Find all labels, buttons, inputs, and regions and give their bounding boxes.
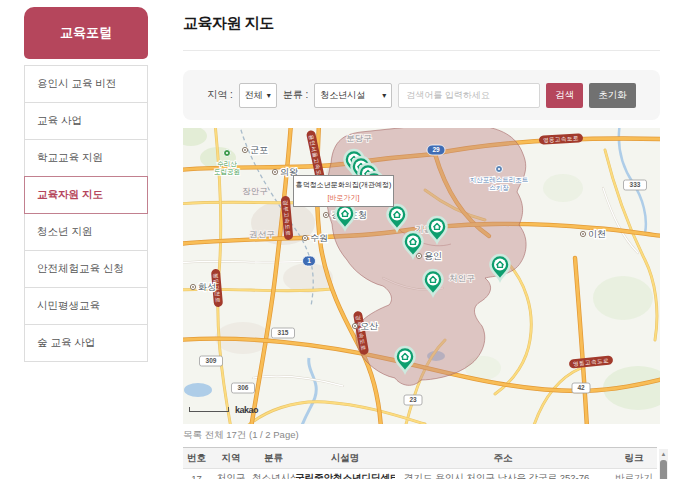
sidebar-item-6[interactable]: 시민평생교육 (24, 287, 148, 325)
route-badge: 23 (404, 395, 422, 405)
route-badge: 309 (200, 356, 223, 366)
sidebar-item-7[interactable]: 숲 교육 사업 (24, 324, 148, 362)
city-hall-icon-dot (418, 255, 420, 257)
region-select[interactable]: 전체 (239, 83, 277, 108)
sidebar-item-1[interactable]: 교육 사업 (24, 102, 148, 140)
sidebar-item-0[interactable]: 용인시 교육 비전 (24, 65, 148, 103)
poi-icon-dot (226, 152, 228, 154)
map-scale-bar (189, 407, 229, 412)
district-label: 권선구 (249, 229, 275, 239)
scroll-up-icon[interactable] (659, 449, 668, 459)
poi-label: 도립공원 (214, 168, 240, 176)
search-button[interactable]: 검색 (546, 83, 583, 108)
poi-icon-dot (498, 168, 500, 170)
city-label: 오산 (360, 321, 378, 331)
svg-text:29: 29 (432, 146, 440, 153)
marker-tooltip: 흥덕청소년문화의집(개관예정) [바로가기] (293, 175, 394, 207)
city-hall-icon-dot (582, 233, 584, 235)
col-name: 시설명 (295, 448, 395, 469)
city-label: 이천 (588, 229, 606, 239)
col-no: 번호 (183, 448, 210, 469)
list-count-info: 목록 전체 17건 (1 / 2 Page) (183, 429, 668, 442)
cell-address: 경기도 용인시 처인구 남사읍 각궁로 252-76 (395, 469, 611, 479)
table-row: 17처인구청소년시설국립중앙청소년디딤센터경기도 용인시 처인구 남사읍 각궁로… (183, 469, 657, 479)
road-name-band: 영동고속도로 (539, 133, 583, 144)
category-label: 분류 : (283, 88, 309, 102)
divider (183, 50, 660, 51)
district-label: 장안구 (242, 186, 268, 196)
route-badge: 315 (272, 328, 295, 338)
city-hall-icon-dot (354, 325, 356, 327)
cell-category: 청소년시설 (252, 469, 295, 479)
sidebar: 교육포털 용인시 교육 비전교육 사업학교교육 지원교육자원 지도청소년 지원안… (24, 7, 148, 362)
col-region: 지역 (210, 448, 252, 469)
road-name-band: 영동고속도로 (569, 355, 614, 369)
poi-label: 수리산 (217, 160, 237, 167)
kakao-logo: kakao (235, 405, 258, 415)
region-label: 지역 : (207, 88, 233, 102)
sidebar-item-5[interactable]: 안전체험교육 신청 (24, 250, 148, 288)
city-hall-icon-dot (244, 149, 246, 151)
table-scrollbar[interactable] (659, 449, 668, 479)
sidebar-item-2[interactable]: 학교교육 지원 (24, 139, 148, 177)
cell-region: 처인구 (210, 469, 252, 479)
route-badge: 333 (624, 180, 647, 190)
city-label: 군포 (250, 145, 268, 155)
svg-text:309: 309 (206, 357, 217, 364)
chevron-down-icon (267, 90, 271, 100)
district-label: 처인구 (449, 273, 475, 283)
route-badge: 1 (303, 256, 316, 266)
facility-table-wrap: 번호 지역 분류 시설명 주소 링크 17처인구청소년시설국립중앙청소년디딤센터… (183, 447, 668, 479)
sidebar-item-3[interactable]: 교육자원 지도 (24, 176, 148, 214)
city-hall-icon-dot (304, 237, 306, 239)
cell-name: 국립중앙청소년디딤센터 (295, 469, 395, 479)
city-label: 용인 (424, 251, 442, 261)
filter-bar: 지역 : 전체 분류 : 청소년시설 검색 초기화 (183, 70, 660, 120)
svg-text:315: 315 (278, 329, 289, 336)
map-graphic: 영동고속도로용인서울고속도로경부고속도로경부고속도로영동고속도로봉담과천로 12… (183, 128, 660, 424)
category-select[interactable]: 청소년시설 (314, 83, 392, 108)
main-content: 교육자원 지도 지역 : 전체 분류 : 청소년시설 검색 초기화 (183, 0, 668, 479)
col-address: 주소 (395, 448, 611, 469)
svg-text:306: 306 (238, 384, 249, 391)
tooltip-facility-name: 흥덕청소년문화의집(개관예정) (295, 180, 392, 190)
svg-text:1: 1 (307, 257, 311, 264)
svg-text:23: 23 (409, 396, 417, 403)
col-link: 링크 (611, 448, 657, 469)
page-title: 교육자원 지도 (183, 14, 668, 33)
city-label: 수원 (310, 233, 328, 243)
tooltip-go-link[interactable]: [바로가기] (295, 193, 392, 203)
district-label: 분당구 (346, 133, 372, 143)
svg-text:42: 42 (577, 384, 585, 391)
city-hall-icon-dot (325, 214, 327, 216)
cell-no: 17 (183, 469, 210, 479)
map-canvas[interactable]: 영동고속도로용인서울고속도로경부고속도로경부고속도로영동고속도로봉담과천로 12… (183, 128, 660, 424)
chevron-down-icon (382, 90, 386, 100)
reset-button[interactable]: 초기화 (589, 83, 636, 108)
city-label: 화성 (198, 282, 216, 292)
search-input[interactable] (398, 83, 540, 108)
route-badge: 29 (427, 145, 445, 155)
col-category: 분류 (252, 448, 295, 469)
sidebar-menu: 용인시 교육 비전교육 사업학교교육 지원교육자원 지도청소년 지원안전체험교육… (24, 65, 148, 362)
svg-text:333: 333 (630, 181, 641, 188)
poi-label: 스키장 (489, 184, 509, 192)
cell-link[interactable]: 바로가기 (611, 469, 657, 479)
route-badge: 42 (572, 383, 590, 393)
table-header-row: 번호 지역 분류 시설명 주소 링크 (183, 448, 657, 469)
portal-title: 교육포털 (24, 7, 148, 59)
sidebar-item-4[interactable]: 청소년 지원 (24, 213, 148, 251)
scrollbar-thumb[interactable] (660, 460, 667, 479)
facility-table: 번호 지역 분류 시설명 주소 링크 17처인구청소년시설국립중앙청소년디딤센터… (183, 447, 657, 479)
poi-label: 지산포레스트리조트 (470, 176, 529, 183)
route-badge: 306 (232, 383, 255, 393)
city-hall-icon-dot (274, 171, 276, 173)
city-hall-icon-dot (192, 286, 194, 288)
